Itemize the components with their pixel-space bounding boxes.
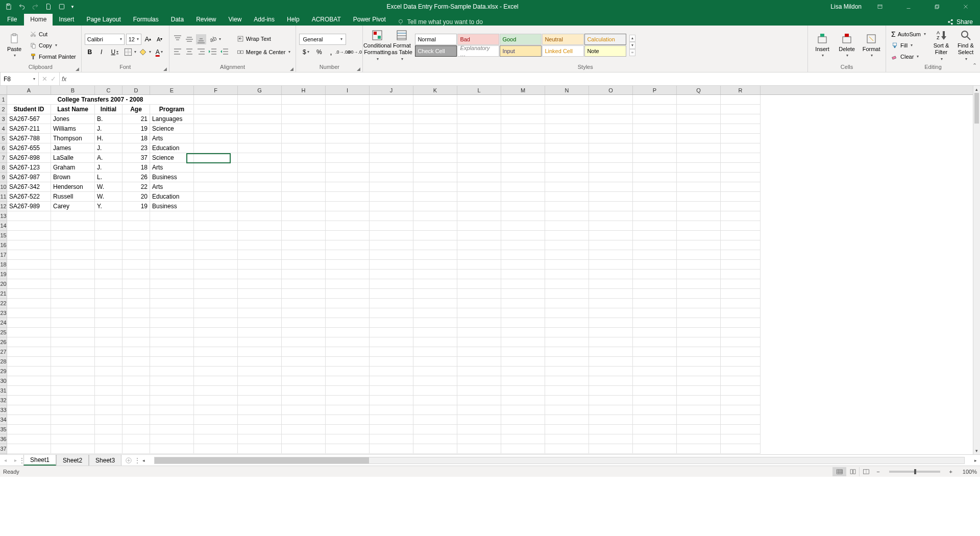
cell[interactable] [122,405,150,415]
row-header-14[interactable]: 14 [0,221,7,231]
percent-icon[interactable]: % [314,47,324,57]
cell[interactable] [370,270,413,279]
cell[interactable] [457,318,501,328]
format-painter-button[interactable]: Format Painter [28,51,78,62]
cell[interactable]: J. [95,163,122,173]
cell[interactable] [370,105,413,114]
increase-font-icon[interactable]: A▴ [143,34,153,44]
cell[interactable] [282,299,326,308]
cell[interactable] [326,202,370,211]
cell[interactable]: Arts [150,134,194,143]
undo-icon[interactable] [16,1,28,12]
cell[interactable]: SA267-342 [7,182,51,192]
cell[interactable] [370,260,413,270]
cell[interactable] [677,95,721,105]
cell[interactable] [238,308,282,318]
cell[interactable] [457,279,501,289]
cell[interactable] [282,279,326,289]
cell[interactable] [326,114,370,124]
cell[interactable]: 19 [122,124,150,134]
cell[interactable] [413,405,457,415]
cell[interactable] [282,318,326,328]
cell[interactable] [194,279,238,289]
cell[interactable] [457,163,501,173]
cell[interactable] [150,337,194,347]
cell[interactable]: Science [150,153,194,163]
cell[interactable] [150,405,194,415]
cell[interactable] [413,308,457,318]
cell[interactable] [677,124,721,134]
row-header-36[interactable]: 36 [0,434,7,444]
cell[interactable] [413,143,457,153]
cell[interactable] [326,270,370,279]
ribbon-display-icon[interactable] [870,0,890,13]
select-all-corner[interactable] [0,86,7,95]
row-header-29[interactable]: 29 [0,367,7,376]
scroll-left-icon[interactable]: ◂ [140,457,147,464]
cell[interactable] [457,367,501,376]
cell[interactable] [370,405,413,415]
cell[interactable] [122,250,150,260]
gallery-down-icon[interactable]: ▾ [629,42,635,49]
zoom-out-icon[interactable]: − [872,469,884,475]
tab-review[interactable]: Review [190,14,222,26]
scroll-up-icon[interactable]: ▴ [973,86,980,93]
cell[interactable] [545,386,589,396]
cell[interactable] [501,124,545,134]
cell[interactable] [413,105,457,114]
cell[interactable] [370,357,413,367]
cell[interactable] [194,357,238,367]
cell[interactable]: H. [95,134,122,143]
cell[interactable] [413,289,457,299]
cell[interactable] [194,367,238,376]
style-good[interactable]: Good [500,34,542,45]
cell[interactable] [677,202,721,211]
cell[interactable] [633,250,677,260]
cell[interactable] [633,173,677,182]
cell[interactable] [194,260,238,270]
cell[interactable] [413,279,457,289]
cell[interactable] [633,289,677,299]
cell[interactable] [150,357,194,367]
cell[interactable] [457,299,501,308]
cell[interactable] [95,396,122,405]
cell[interactable] [51,308,95,318]
cell[interactable]: Education [150,143,194,153]
cell[interactable] [721,95,761,105]
cell[interactable] [122,367,150,376]
cell[interactable] [238,434,282,444]
cell[interactable] [589,347,633,357]
cell[interactable]: W. [95,192,122,202]
cell[interactable] [721,318,761,328]
cell[interactable] [677,231,721,240]
col-header-N[interactable]: N [545,86,589,94]
cell[interactable] [370,124,413,134]
cell[interactable]: 19 [122,202,150,211]
col-header-M[interactable]: M [501,86,545,94]
cell[interactable] [326,405,370,415]
cell[interactable] [95,211,122,221]
align-center-icon[interactable] [184,46,194,57]
cell[interactable] [589,114,633,124]
cell[interactable] [633,376,677,386]
cell[interactable] [150,240,194,250]
cell[interactable] [501,425,545,434]
cell[interactable] [95,318,122,328]
cell[interactable] [413,211,457,221]
col-header-J[interactable]: J [370,86,413,94]
sheet-tab-3[interactable]: Sheet3 [89,455,121,466]
cell[interactable] [282,289,326,299]
cell[interactable] [282,173,326,182]
cell[interactable] [677,444,721,454]
cell[interactable] [95,376,122,386]
tell-me-search[interactable]: Tell me what you want to do [392,18,488,26]
row-header-27[interactable]: 27 [0,347,7,357]
cell[interactable] [633,367,677,376]
cell[interactable] [370,444,413,454]
cell[interactable]: Brown [51,173,95,182]
cell[interactable] [51,211,95,221]
cell[interactable] [677,173,721,182]
fill-color-icon[interactable]: ▾ [138,47,151,57]
cell[interactable] [370,415,413,425]
cell[interactable] [545,357,589,367]
